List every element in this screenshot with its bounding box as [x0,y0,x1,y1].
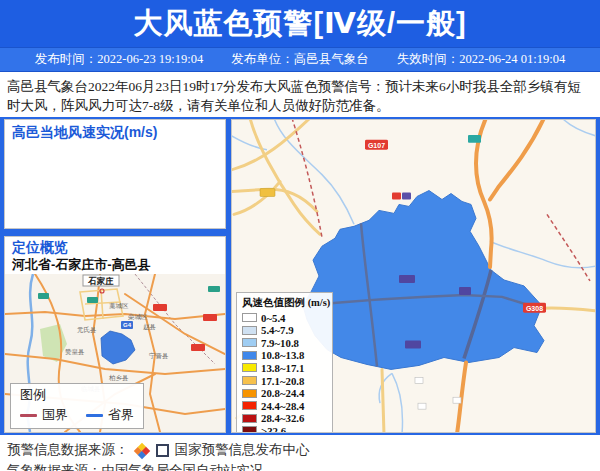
wind-legend-title: 风速色值图例 (m/s) [242,296,327,310]
shield-g107: G107 [368,142,385,149]
svg-text:栾城区: 栾城区 [128,313,148,320]
legend-swatch [242,351,257,360]
wind-realtime-panel: 高邑当地风速实况(m/s) [4,119,226,229]
legend-swatch [242,389,257,398]
left-column: 高邑当地风速实况(m/s) 定位概览 河北省-石家庄市-高邑县 [4,119,226,433]
svg-text:赵县: 赵县 [143,323,157,331]
boundary-legend-title: 图例 [20,386,134,404]
svg-text:柏乡县: 柏乡县 [108,374,129,382]
footer-line-1: 预警信息数据来源： 国家预警信息发布中心 [7,440,593,461]
legend-province-boundary: 省界 [86,406,134,424]
boundary-legend: 图例 国界 省界 [10,383,144,429]
warning-page: 大风蓝色预警[Ⅳ级/一般] 发布时间：2022-06-23 19:19:04 发… [0,0,600,471]
legend-swatch [242,363,257,372]
header: 大风蓝色预警[Ⅳ级/一般] [0,0,600,47]
svg-text:藁城区: 藁城区 [109,302,129,309]
wind-speed-legend: 风速色值图例 (m/s) 0~5.4 5.4~7.9 7.9~10.8 10.8… [236,292,333,433]
publish-time: 发布时间：2022-06-23 19:19:04 [35,51,203,68]
svg-text:元氏县: 元氏县 [77,326,97,333]
legend-national-boundary: 国界 [20,406,68,424]
expire-time: 失效时间：2022-06-24 01:19:04 [397,51,565,68]
overview-map[interactable]: G4 石家庄 藁城区 栾城区 赵县 元氏县 [5,274,225,432]
national-boundary-line-icon [20,414,37,417]
legend-swatch [242,376,257,385]
svg-text:赞皇县: 赞皇县 [65,348,85,355]
meta-bar: 发布时间：2022-06-23 19:19:04 发布单位：高邑县气象台 失效时… [0,47,600,72]
legend-swatch [242,326,257,335]
province-boundary-line-icon [86,414,103,417]
page-title: 大风蓝色预警[Ⅳ级/一般] [0,0,600,47]
shield-g4-label: G4 [123,322,132,328]
footer-line-2: 气象数据来源：中国气象局全国自动站实况 [7,461,593,471]
emblem-icon [156,444,169,457]
alert-text: 高邑县气象台2022年06月23日19时17分发布大风蓝色预警信号：预计未来6小… [0,72,600,117]
wind-realtime-title: 高邑当地风速实况(m/s) [5,120,225,142]
svg-text:宁晋县: 宁晋县 [149,352,169,359]
legend-swatch [242,426,257,433]
legend-swatch [242,414,257,423]
warning-map-panel[interactable]: G107 G308 风速色值图例 (m/s) [231,119,596,433]
legend-swatch [242,338,257,347]
location-breadcrumb: 河北省-石家庄市-高邑县 [5,257,225,273]
legend-swatch [242,313,257,322]
publish-unit: 发布单位：高邑县气象台 [231,51,369,68]
footer: 预警信息数据来源： 国家预警信息发布中心 气象数据来源：中国气象局全国自动站实况 [0,435,600,471]
content-row: 高邑当地风速实况(m/s) 定位概览 河北省-石家庄市-高邑县 [0,117,600,435]
city-label: 石家庄 [87,276,114,286]
cema-logo-icon [134,443,150,459]
location-title: 定位概览 [5,237,225,257]
legend-swatch [242,401,257,410]
location-overview-panel: 定位概览 河北省-石家庄市-高邑县 [4,236,226,433]
shield-g308: G308 [526,305,543,312]
